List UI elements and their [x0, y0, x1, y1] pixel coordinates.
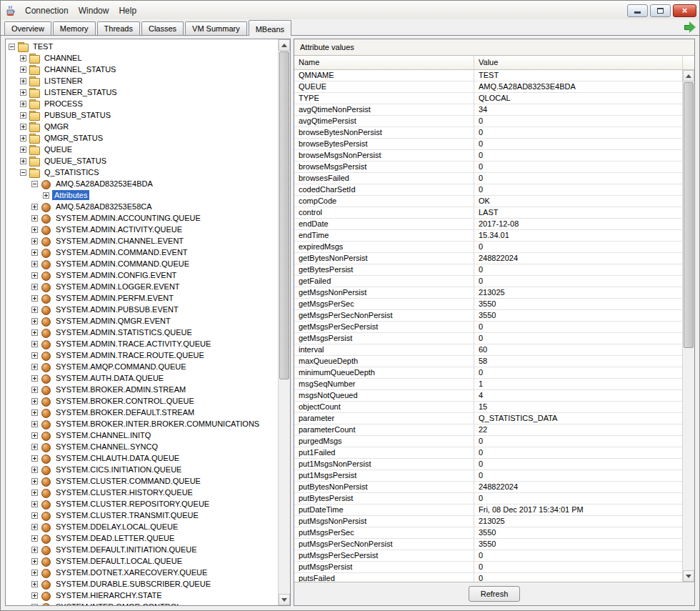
table-row[interactable]: putsFailed0: [294, 573, 682, 582]
tab-overview[interactable]: Overview: [4, 21, 51, 35]
expand-icon[interactable]: [31, 501, 38, 507]
column-header-value[interactable]: Value: [474, 56, 682, 69]
table-row[interactable]: browseBytesNonPersist0: [294, 127, 682, 139]
table-row[interactable]: objectCount15: [294, 402, 682, 413]
tab-vm-summary[interactable]: VM Summary: [185, 21, 247, 35]
expand-icon[interactable]: [20, 146, 26, 153]
scroll-down-button[interactable]: [683, 570, 694, 582]
table-row[interactable]: minimumQueueDepth0: [294, 367, 682, 379]
table-scrollbar[interactable]: [682, 70, 694, 582]
table-row[interactable]: putMsgsNonPersist213025: [294, 516, 682, 527]
table-row[interactable]: putMsgsPerSecNonPersist3550: [294, 539, 682, 550]
scroll-up-button[interactable]: [683, 70, 694, 81]
column-header-name[interactable]: Name: [294, 56, 474, 69]
table-row[interactable]: interval60: [294, 344, 682, 356]
table-row[interactable]: controlLAST: [294, 207, 682, 219]
table-row[interactable]: put1MsgsPersist0: [294, 470, 682, 482]
table-row[interactable]: expiredMsgs0: [294, 242, 682, 253]
expand-icon[interactable]: [31, 341, 38, 347]
tree-item[interactable]: QMGR_STATUS: [6, 132, 278, 144]
expand-icon[interactable]: [31, 604, 38, 606]
expand-icon[interactable]: [31, 364, 38, 370]
refresh-button[interactable]: Refresh: [469, 586, 520, 602]
table-row[interactable]: getMsgsPerSecPersist0: [294, 322, 682, 333]
tree-item[interactable]: SYSTEM.HIERARCHY.STATE: [6, 590, 278, 601]
menu-connection[interactable]: Connection: [20, 4, 74, 18]
table-row[interactable]: parameterCount22: [294, 424, 682, 436]
expand-icon[interactable]: [31, 592, 38, 599]
expand-icon[interactable]: [31, 249, 38, 256]
expand-icon[interactable]: [43, 192, 49, 199]
expand-icon[interactable]: [31, 421, 38, 427]
tree-item[interactable]: SYSTEM.AUTH.DATA.QUEUE: [6, 372, 278, 384]
tree-scrollbar[interactable]: [278, 39, 290, 605]
expand-icon[interactable]: [31, 512, 38, 519]
tree-item[interactable]: SYSTEM.CLUSTER.HISTORY.QUEUE: [6, 487, 278, 498]
expand-icon[interactable]: [31, 227, 38, 233]
expand-icon[interactable]: [31, 352, 38, 359]
tree-item[interactable]: SYSTEM.BROKER.DEFAULT.STREAM: [6, 407, 278, 418]
tab-classes[interactable]: Classes: [141, 21, 184, 35]
table-row[interactable]: getBytesNonPersist248822024: [294, 253, 682, 264]
scrollbar-thumb[interactable]: [684, 82, 694, 348]
tree-item[interactable]: SYSTEM.DURABLE.SUBSCRIBER.QUEUE: [6, 578, 278, 590]
tree-item[interactable]: SYSTEM.ADMIN.PUBSUB.EVENT: [6, 304, 278, 315]
table-row[interactable]: browseBytesPersist0: [294, 139, 682, 150]
collapse-icon[interactable]: [9, 44, 15, 50]
tree-item[interactable]: SYSTEM.CLUSTER.COMMAND.QUEUE: [6, 475, 278, 487]
tree-item[interactable]: SYSTEM.ADMIN.STATISTICS.QUEUE: [6, 327, 278, 338]
tree-item[interactable]: SYSTEM.DEAD.LETTER.QUEUE: [6, 532, 278, 544]
expand-icon[interactable]: [31, 535, 38, 542]
table-row[interactable]: endDate2017-12-08: [294, 219, 682, 230]
expand-icon[interactable]: [31, 547, 38, 553]
table-row[interactable]: browseMsgsPersist0: [294, 162, 682, 173]
expand-icon[interactable]: [31, 490, 38, 496]
expand-icon[interactable]: [20, 66, 26, 73]
expand-icon[interactable]: [20, 89, 26, 96]
table-row[interactable]: avgQtimeNonPersist34: [294, 104, 682, 116]
tree-item[interactable]: LISTENER: [6, 75, 278, 86]
expand-icon[interactable]: [31, 238, 38, 244]
tree-item[interactable]: SYSTEM.ADMIN.ACCOUNTING.QUEUE: [6, 212, 278, 224]
expand-icon[interactable]: [31, 444, 38, 450]
table-row[interactable]: compCodeOK: [294, 196, 682, 207]
table-row[interactable]: getFailed0: [294, 276, 682, 287]
tab-memory[interactable]: Memory: [53, 21, 96, 35]
scrollbar-thumb[interactable]: [279, 51, 289, 379]
tree-item[interactable]: SYSTEM.CLUSTER.TRANSMIT.QUEUE: [6, 510, 278, 521]
table-row[interactable]: put1Failed0: [294, 447, 682, 459]
collapse-icon[interactable]: [20, 169, 26, 176]
tree-item[interactable]: SYSTEM.BROKER.CONTROL.QUEUE: [6, 395, 278, 407]
tab-mbeans[interactable]: MBeans: [249, 20, 291, 36]
tree-item[interactable]: SYSTEM.CHANNEL.INITQ: [6, 429, 278, 441]
tree-item[interactable]: SYSTEM.ADMIN.TRACE.ACTIVITY.QUEUE: [6, 338, 278, 349]
tree-item[interactable]: SYSTEM.CHLAUTH.DATA.QUEUE: [6, 452, 278, 464]
tree-item[interactable]: SYSTEM.CICS.INITIATION.QUEUE: [6, 464, 278, 475]
expand-icon[interactable]: [20, 135, 26, 141]
tree-item[interactable]: QUEUE_STATUS: [6, 155, 278, 167]
expand-icon[interactable]: [31, 524, 38, 530]
tree-item[interactable]: SYSTEM.DEFAULT.LOCAL.QUEUE: [6, 555, 278, 567]
table-row[interactable]: putDateTimeFri, 08 Dec 2017 15:34:01 PM: [294, 505, 682, 516]
close-button[interactable]: ×: [673, 4, 696, 17]
table-row[interactable]: putMsgsPerSec3550: [294, 527, 682, 539]
expand-icon[interactable]: [31, 558, 38, 565]
expand-icon[interactable]: [31, 455, 38, 462]
tree-item[interactable]: SYSTEM.DOTNET.XARECOVERY.QUEUE: [6, 567, 278, 578]
tree-item[interactable]: SYSTEM.ADMIN.LOGGER.EVENT: [6, 281, 278, 292]
table-row[interactable]: msgsNotQueued4: [294, 390, 682, 402]
tree-item[interactable]: AMQ.5A28AD83253E58CA: [6, 201, 278, 212]
expand-icon[interactable]: [31, 318, 38, 324]
collapse-icon[interactable]: [31, 181, 38, 187]
table-row[interactable]: getMsgsPersist0: [294, 333, 682, 344]
expand-icon[interactable]: [31, 409, 38, 416]
expand-icon[interactable]: [31, 387, 38, 393]
table-row[interactable]: QMNAMETEST: [294, 70, 682, 81]
expand-icon[interactable]: [31, 307, 38, 313]
expand-icon[interactable]: [31, 215, 38, 222]
table-row[interactable]: browseMsgsNonPersist0: [294, 150, 682, 162]
tree-item[interactable]: SYSTEM.INTER.QMGR.CONTROL: [6, 601, 278, 605]
tree-item[interactable]: LISTENER_STATUS: [6, 86, 278, 98]
table-row[interactable]: getMsgsNonPersist213025: [294, 287, 682, 299]
tree-item[interactable]: SYSTEM.BROKER.ADMIN.STREAM: [6, 384, 278, 395]
